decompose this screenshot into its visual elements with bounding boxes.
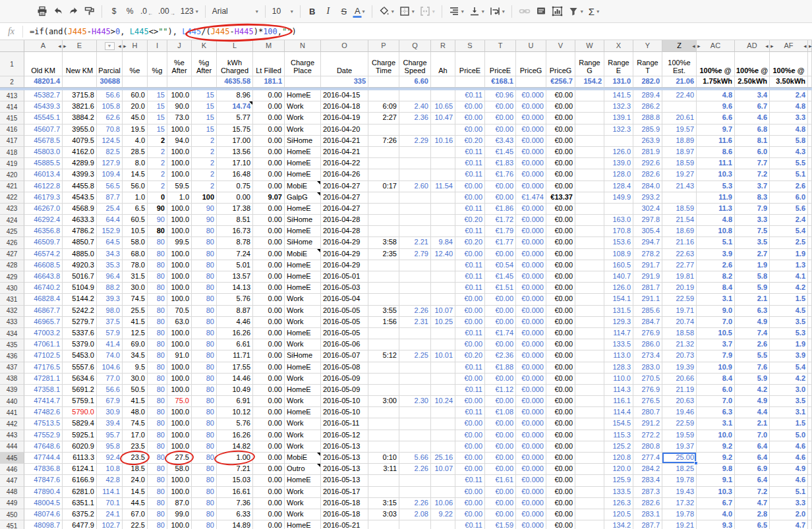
column-header-K[interactable]: K xyxy=(192,40,217,52)
cell-S450[interactable]: €0.00 xyxy=(455,509,485,520)
cell-F425[interactable]: 152.9 xyxy=(97,226,123,237)
cell-V425[interactable]: €0.00 xyxy=(546,226,575,237)
cell-T448[interactable]: €0.00 xyxy=(485,487,516,498)
cell-Z445[interactable]: 25.00 xyxy=(662,453,697,464)
cell-I446[interactable]: 80 xyxy=(148,464,167,475)
cell-A414[interactable]: 45439.3 xyxy=(24,101,63,113)
cell-U421[interactable]: €0.000 xyxy=(516,181,546,192)
cell-M445[interactable]: 0.00 xyxy=(253,453,285,464)
cell-K433[interactable]: 80 xyxy=(192,317,217,328)
cell-P448[interactable] xyxy=(368,487,399,498)
cell-X428[interactable]: 160.5 xyxy=(604,260,633,271)
cell-Q434[interactable] xyxy=(399,328,431,339)
cell-AF447[interactable]: 4.6 xyxy=(770,475,808,486)
cell-AC435[interactable]: 3.7 xyxy=(697,339,735,350)
cell-AF418[interactable]: 4.3 xyxy=(770,147,808,158)
cell-N444[interactable]: Work xyxy=(285,441,321,453)
cell-AC439[interactable]: 6.0 xyxy=(697,385,735,396)
cell-M426[interactable]: 0.00 xyxy=(253,237,285,248)
cell-W449[interactable] xyxy=(575,498,604,509)
cell-P437[interactable] xyxy=(368,362,399,374)
cell-V444[interactable]: €0.00 xyxy=(546,441,575,453)
cell-W448[interactable] xyxy=(575,487,604,498)
cell-Z439[interactable]: 21.19 xyxy=(662,385,697,396)
cell-N427[interactable]: MobiE xyxy=(285,249,321,260)
cell-AD445[interactable]: 6.4 xyxy=(735,453,770,464)
redo-button[interactable] xyxy=(66,3,82,20)
cell-Q420[interactable] xyxy=(399,169,431,181)
cell-R438[interactable] xyxy=(431,374,455,385)
cell-AD449[interactable]: 4.7 xyxy=(735,498,770,509)
cell-K448[interactable]: 80 xyxy=(192,487,217,498)
cell-W441[interactable] xyxy=(575,407,604,418)
cell-AF438[interactable]: 4.2 xyxy=(770,374,808,385)
cell-AF423[interactable]: 5.6 xyxy=(770,204,808,215)
cell-K2[interactable] xyxy=(192,76,217,88)
cell-L414[interactable]: 14.74 xyxy=(217,101,253,113)
cell-P421[interactable]: 0:17 xyxy=(368,181,399,192)
cell-AF442[interactable]: 1.5 xyxy=(770,418,808,430)
cell-I443[interactable]: 80 xyxy=(148,430,167,441)
column-header-L[interactable]: L xyxy=(217,40,253,52)
cell-AD418[interactable]: 6.0 xyxy=(735,147,770,158)
cell-Q422[interactable] xyxy=(399,192,431,204)
cell-Q436[interactable]: 2.25 xyxy=(399,350,431,362)
cell-K439[interactable]: 80 xyxy=(192,385,217,396)
cell-E436[interactable]: 5453.0 xyxy=(63,350,97,362)
cell-Y415[interactable]: 288.8 xyxy=(633,113,662,124)
cell-H423[interactable]: 6.5 xyxy=(123,204,148,215)
cell-N424[interactable]: SiHome xyxy=(285,215,321,226)
cell-I413[interactable]: 15 xyxy=(148,90,167,101)
column-header-S[interactable]: S xyxy=(455,40,485,52)
cell-J451[interactable]: 100.0 xyxy=(167,520,192,529)
cell-V442[interactable]: €0.00 xyxy=(546,418,575,430)
cell-P433[interactable]: 1:56 xyxy=(368,317,399,328)
column-header-E[interactable]: ▶E xyxy=(63,40,97,52)
cell-R428[interactable] xyxy=(431,260,455,271)
cell-M439[interactable]: 0.00 xyxy=(253,385,285,396)
borders-button[interactable]: ▾ xyxy=(397,3,417,20)
cell-K445[interactable]: 80 xyxy=(192,453,217,464)
cell-R417[interactable]: 10.16 xyxy=(431,136,455,147)
cell-Z414[interactable] xyxy=(662,101,697,113)
cell-S439[interactable]: €0.11 xyxy=(455,385,485,396)
cell-S444[interactable]: €0.00 xyxy=(455,441,485,453)
cell-U426[interactable]: €0.000 xyxy=(516,237,546,248)
cell-L439[interactable]: 10.49 xyxy=(217,385,253,396)
hidden-columns-right-icon[interactable]: ▶ xyxy=(123,44,126,48)
cell-K444[interactable]: 80 xyxy=(192,441,217,453)
cell-I432[interactable]: 80 xyxy=(148,306,167,317)
cell-A439[interactable]: 47358.1 xyxy=(24,385,63,396)
cell-N443[interactable]: Work xyxy=(285,430,321,441)
cell-F442[interactable]: 39.4 xyxy=(97,418,123,430)
cell-P436[interactable]: 5:12 xyxy=(368,350,399,362)
cell-R450[interactable]: 9.22 xyxy=(431,509,455,520)
cell-A2[interactable]: 48201.4 xyxy=(24,76,63,88)
cell-F416[interactable]: 70.8 xyxy=(97,125,123,136)
cell-E416[interactable]: 3955.0 xyxy=(63,125,97,136)
cell-M451[interactable]: 0.00 xyxy=(253,520,285,529)
cell-AF433[interactable]: 3.5 xyxy=(770,317,808,328)
cell-X445[interactable]: 120.8 xyxy=(604,453,633,464)
cell-O427[interactable]: 2016-04-29 xyxy=(321,249,368,260)
cell-M1[interactable]: Lt Filled xyxy=(253,52,285,76)
cell-T413[interactable]: €0.96 xyxy=(485,90,516,101)
cell-AF448[interactable]: 5.1 xyxy=(770,487,808,498)
row-header-418[interactable]: 418 xyxy=(0,147,24,158)
cell-J445[interactable]: 27.5 xyxy=(167,453,192,464)
cell-E442[interactable]: 5829.4 xyxy=(63,418,97,430)
cell-L430[interactable]: 14.13 xyxy=(217,283,253,294)
column-header-W[interactable]: W xyxy=(575,40,604,52)
cell-S424[interactable]: €0.20 xyxy=(455,215,485,226)
cell-W434[interactable] xyxy=(575,328,604,339)
cell-I2[interactable] xyxy=(148,76,167,88)
cell-W422[interactable] xyxy=(575,192,604,204)
cell-M428[interactable]: 0.00 xyxy=(253,260,285,271)
cell-A441[interactable]: 47482.6 xyxy=(24,407,63,418)
cell-L448[interactable]: 16.61 xyxy=(217,487,253,498)
cell-P429[interactable] xyxy=(368,271,399,283)
column-header-Q[interactable]: Q xyxy=(399,40,431,52)
row-header-416[interactable]: 416 xyxy=(0,125,24,136)
cell-AC431[interactable]: 3.1 xyxy=(697,294,735,305)
cell-K447[interactable]: 80 xyxy=(192,475,217,486)
